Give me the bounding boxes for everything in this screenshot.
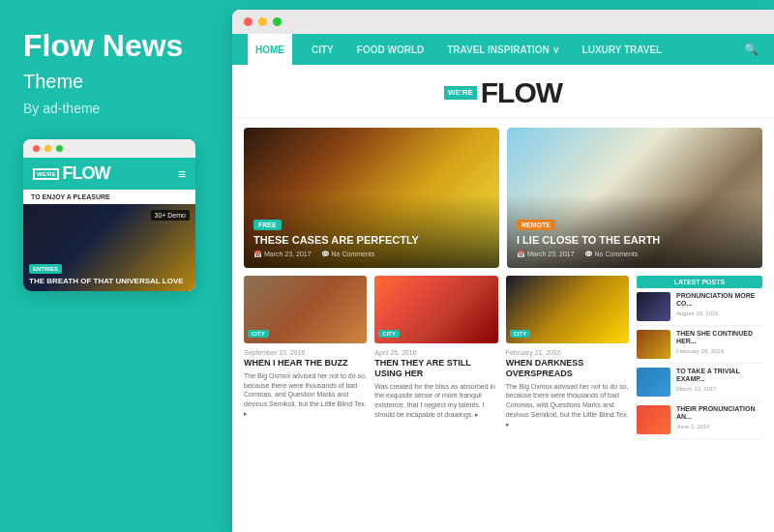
mobile-logo: WE'RE FLOW: [33, 163, 109, 184]
article-title-3[interactable]: WHEN DARKNESS OVERSPREADS: [506, 358, 629, 379]
featured-overlay-left: FREE THESE CASES ARE PERFECTLY 📅 March 2…: [244, 194, 499, 268]
featured-card-left[interactable]: FREE THESE CASES ARE PERFECTLY 📅 March 2…: [244, 128, 499, 268]
nav-item-luxury[interactable]: LUXURY TRAVEL: [579, 34, 667, 65]
latest-title-1: PRONUNCIATION MORE CO...: [676, 292, 762, 309]
featured-left-tag: FREE: [253, 220, 282, 230]
latest-thumb-3: [637, 368, 670, 397]
mobile-mockup: WE'RE FLOW ≡ TO ENJOY A PLEASURE 30+ Dem…: [23, 139, 195, 291]
article-date-1: September 13, 2016: [244, 349, 367, 356]
featured-row: FREE THESE CASES ARE PERFECTLY 📅 March 2…: [244, 128, 762, 268]
latest-thumb-1: [637, 292, 670, 321]
article-img-2: CITY: [374, 276, 497, 343]
latest-item-4[interactable]: THEIR PRONUNCIATION AN... June 2, 2016: [637, 405, 762, 439]
featured-right-tag: REMOTE: [517, 220, 555, 230]
mobile-hero-image: 30+ Demo ENTRIES THE BREATH OF THAT UNIV…: [23, 204, 195, 291]
latest-item-3[interactable]: TO TAKE A TRIVIAL EXAMP... March 12, 201…: [637, 368, 762, 401]
article-title-1[interactable]: WHEN I HEAR THE BUZZ: [244, 358, 367, 369]
browser-top-bar: [232, 10, 774, 34]
mobile-logo-badge: WE'RE: [33, 168, 59, 180]
search-icon[interactable]: 🔍: [744, 43, 759, 56]
art-tag-1: CITY: [248, 330, 269, 338]
featured-right-date: 📅 March 23, 2017: [517, 251, 575, 258]
nav-item-city[interactable]: CITY: [308, 34, 338, 65]
browser-dot-green: [273, 17, 282, 26]
secondary-row: CITY September 13, 2016 WHEN I HEAR THE …: [244, 276, 762, 522]
header-logo-text: FLOW: [481, 76, 562, 109]
site-header: WE'RE FLOW: [232, 65, 774, 118]
art-tag-3: CITY: [510, 330, 531, 338]
featured-right-meta: 📅 March 23, 2017 💬 No Comments: [517, 251, 753, 258]
site-subtitle: Theme: [23, 71, 199, 93]
art-overlay-3: CITY: [506, 318, 535, 343]
header-logo: WE'RE FLOW: [444, 76, 562, 109]
latest-thumb-2: [637, 330, 670, 359]
article-col-1: CITY September 13, 2016 WHEN I HEAR THE …: [244, 276, 367, 522]
featured-left-date: 📅 March 23, 2017: [253, 251, 312, 258]
browser-dot-red: [244, 17, 253, 26]
hamburger-icon[interactable]: ≡: [178, 166, 186, 182]
browser-mockup: HOME CITY FOOD WORLD TRAVEL INSPIRATION …: [232, 10, 774, 532]
browser-content: HOME CITY FOOD WORLD TRAVEL INSPIRATION …: [232, 34, 774, 532]
latest-date-3: March 12, 2017: [676, 386, 762, 392]
latest-text-4: THEIR PRONUNCIATION AN... June 2, 2016: [676, 405, 762, 429]
nav-item-food[interactable]: FOOD WORLD: [353, 34, 428, 65]
article-col-2: CITY April 26, 2016 THEN THEY ARE STILL …: [374, 276, 497, 522]
article-date-2: April 26, 2016: [374, 349, 497, 356]
art-overlay-1: CITY: [244, 318, 273, 343]
featured-left-comments: 💬 No Comments: [321, 251, 375, 258]
article-img-3: CITY: [506, 276, 629, 343]
site-nav: HOME CITY FOOD WORLD TRAVEL INSPIRATION …: [232, 34, 774, 65]
header-logo-badge: WE'RE: [444, 86, 477, 100]
featured-right-comments: 💬 No Comments: [584, 251, 639, 258]
article-text-2: April 26, 2016 THEN THEY ARE STILL USING…: [374, 347, 497, 422]
latest-date-4: June 2, 2016: [676, 424, 762, 429]
featured-left-title: THESE CASES ARE PERFECTLY: [253, 234, 490, 247]
featured-right-title: I LIE CLOSE TO THE EARTH: [517, 234, 753, 247]
latest-item-2[interactable]: THEN SHE CONTINUED HER... February 18, 2…: [637, 330, 762, 364]
latest-date-2: February 18, 2016: [676, 348, 762, 354]
mobile-top-bar: [23, 139, 195, 158]
mobile-hero-counter: 30+ Demo: [151, 210, 191, 221]
article-img-1: CITY: [244, 276, 367, 343]
article-title-2[interactable]: THEN THEY ARE STILL USING HER: [374, 358, 497, 379]
nav-item-home[interactable]: HOME: [248, 34, 292, 65]
mobile-dot-green: [56, 145, 63, 152]
latest-title-2: THEN SHE CONTINUED HER...: [676, 330, 762, 346]
mobile-hero-tag: ENTRIES: [29, 264, 62, 274]
mobile-hero-title: THE BREATH OF THAT UNIVERSAL LOVE: [29, 277, 190, 286]
latest-item-1[interactable]: PRONUNCIATION MORE CO... August 18, 2016: [637, 292, 762, 326]
latest-title-4: THEIR PRONUNCIATION AN...: [676, 405, 762, 422]
latest-title-3: TO TAKE A TRIVIAL EXAMP...: [676, 368, 762, 384]
article-col-3: CITY February 21, 2016 WHEN DARKNESS OVE…: [506, 276, 629, 522]
mobile-hero-label: TO ENJOY A PLEASURE: [23, 190, 195, 204]
nav-item-travel[interactable]: TRAVEL INSPIRATION ∨: [443, 34, 562, 65]
mobile-logo-text: FLOW: [62, 163, 109, 184]
latest-col: LATEST POSTS PRONUNCIATION MORE CO... Au…: [637, 276, 762, 522]
site-title: Flow News: [23, 29, 199, 63]
mobile-dot-yellow: [45, 145, 51, 152]
mobile-nav: WE'RE FLOW ≡: [23, 158, 195, 190]
featured-overlay-right: REMOTE I LIE CLOSE TO THE EARTH 📅 March …: [507, 194, 762, 268]
article-text-1: September 13, 2016 WHEN I HEAR THE BUZZ …: [244, 347, 367, 421]
article-excerpt-1: The Big Oxmox advised her not to do so, …: [244, 371, 367, 419]
article-date-3: February 21, 2016: [506, 349, 629, 356]
mobile-dot-red: [33, 145, 40, 152]
featured-left-meta: 📅 March 23, 2017 💬 No Comments: [253, 251, 490, 258]
browser-dot-yellow: [258, 17, 267, 26]
latest-date-1: August 18, 2016: [676, 310, 762, 316]
latest-text-3: TO TAKE A TRIVIAL EXAMP... March 12, 201…: [676, 368, 762, 392]
latest-thumb-4: [637, 405, 670, 434]
art-overlay-2: CITY: [374, 318, 403, 343]
article-excerpt-3: The Big Oxmox advised her not to do so, …: [506, 382, 629, 429]
site-author: By ad-theme: [23, 101, 199, 116]
featured-card-right[interactable]: REMOTE I LIE CLOSE TO THE EARTH 📅 March …: [507, 128, 762, 268]
nav-items: HOME CITY FOOD WORLD TRAVEL INSPIRATION …: [248, 34, 666, 65]
latest-text-1: PRONUNCIATION MORE CO... August 18, 2016: [676, 292, 762, 316]
main-content: FREE THESE CASES ARE PERFECTLY 📅 March 2…: [232, 118, 774, 532]
art-tag-2: CITY: [378, 330, 400, 338]
latest-text-2: THEN SHE CONTINUED HER... February 18, 2…: [676, 330, 762, 354]
left-panel: Flow News Theme By ad-theme WE'RE FLOW ≡…: [0, 0, 223, 532]
latest-posts-header: LATEST POSTS: [637, 276, 762, 288]
article-text-3: February 21, 2016 WHEN DARKNESS OVERSPRE…: [506, 347, 629, 431]
article-excerpt-2: Was created for the bliss as absorbed in…: [374, 382, 497, 420]
